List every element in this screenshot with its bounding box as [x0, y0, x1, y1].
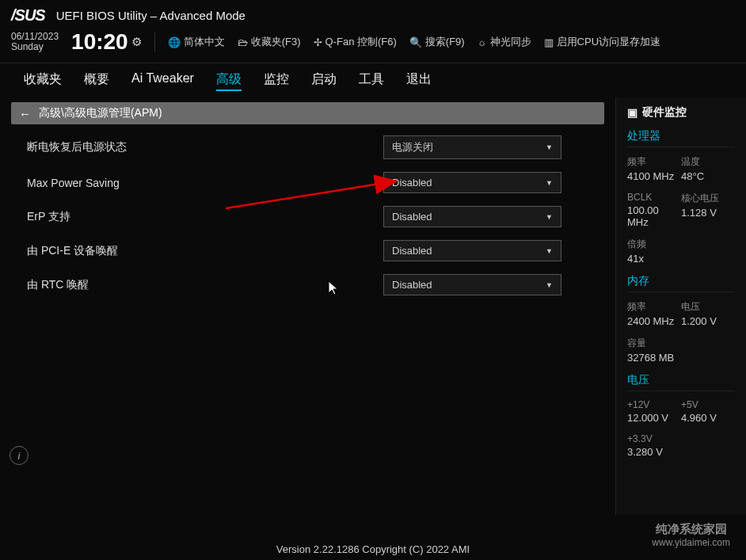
dropdown-rtc-wake[interactable]: Disabled▼	[383, 274, 561, 295]
volt-33v: 3.280 V	[627, 446, 735, 458]
date-block: 06/11/2023 Sunday	[11, 32, 59, 52]
aura-button[interactable]: ☼神光同步	[478, 35, 531, 49]
day-text: Sunday	[11, 42, 59, 52]
setting-max-power-saving: Max Power Saving Disabled▼	[27, 172, 588, 193]
dropdown-max-power-saving[interactable]: Disabled▼	[383, 172, 561, 193]
info-icon[interactable]: i	[10, 446, 29, 465]
cpu-temp: 48°C	[681, 170, 735, 182]
tab-tool[interactable]: 工具	[359, 70, 384, 91]
cpu-vcore: 1.128 V	[681, 207, 735, 219]
watermark: 纯净系统家园 www.yidaimei.com	[652, 522, 730, 548]
toolbar: 06/11/2023 Sunday 10:20 ⚙ 🌐简体中文 🗁收藏夹(F3)…	[0, 28, 746, 63]
cpu-section-title: 处理器	[627, 129, 735, 147]
monitor-header: ▣硬件监控	[627, 105, 735, 120]
gear-icon[interactable]: ⚙	[131, 35, 142, 49]
main-area: ← 高级\高级电源管理(APM) 断电恢复后电源状态 电源关闭▼ Max Pow…	[0, 97, 746, 515]
back-arrow-icon[interactable]: ←	[19, 107, 31, 120]
favorites-button[interactable]: 🗁收藏夹(F3)	[238, 35, 301, 49]
qfan-button[interactable]: ✢Q-Fan 控制(F6)	[314, 35, 397, 49]
aura-icon: ☼	[478, 36, 487, 48]
fan-icon: ✢	[314, 36, 322, 48]
settings-list: 断电恢复后电源状态 电源关闭▼ Max Power Saving Disable…	[11, 124, 604, 319]
breadcrumb-text: 高级\高级电源管理(APM)	[39, 106, 162, 120]
dropdown-pcie-wake[interactable]: Disabled▼	[383, 240, 561, 261]
globe-icon: 🌐	[168, 36, 181, 48]
chevron-down-icon: ▼	[546, 179, 553, 187]
dropdown-restore-ac[interactable]: 电源关闭▼	[383, 135, 561, 159]
footer-version: Version 2.22.1286 Copyright (C) 2022 AMI	[0, 543, 746, 555]
asus-logo: /SUS	[11, 6, 45, 25]
search-button[interactable]: 🔍搜索(F9)	[409, 35, 465, 49]
breadcrumb: ← 高级\高级电源管理(APM)	[11, 102, 604, 124]
chevron-down-icon: ▼	[546, 143, 553, 151]
tab-ai-tweaker[interactable]: Ai Tweaker	[131, 70, 194, 91]
hardware-monitor: ▣硬件监控 处理器 频率4100 MHz 温度48°C BCLK100.00 M…	[615, 97, 746, 515]
content-panel: ← 高级\高级电源管理(APM) 断电恢复后电源状态 电源关闭▼ Max Pow…	[0, 97, 615, 515]
chevron-down-icon: ▼	[546, 281, 553, 289]
resize-bar-button[interactable]: ▥启用CPU访问显存加速	[544, 35, 660, 49]
tab-boot[interactable]: 启动	[311, 70, 337, 91]
cpu-bclk: 100.00 MHz	[627, 204, 681, 228]
cpu-ratio: 41x	[627, 253, 735, 265]
chevron-down-icon: ▼	[546, 213, 553, 221]
setting-restore-ac: 断电恢复后电源状态 电源关闭▼	[27, 135, 588, 159]
time-block: 10:20 ⚙	[71, 29, 142, 55]
volt-12v: 12.000 V	[627, 412, 681, 424]
chip-icon: ▥	[544, 36, 554, 48]
tab-main[interactable]: 概要	[84, 70, 109, 91]
mem-cap: 32768 MB	[627, 352, 735, 364]
bios-title: UEFI BIOS Utility – Advanced Mode	[56, 9, 245, 22]
dropdown-erp[interactable]: Disabled▼	[383, 206, 561, 227]
mem-volt: 1.200 V	[681, 315, 735, 327]
top-tabs: 收藏夹 概要 Ai Tweaker 高级 监控 启动 工具 退出	[0, 63, 746, 97]
setting-erp: ErP 支持 Disabled▼	[27, 206, 588, 227]
search-icon: 🔍	[409, 36, 422, 48]
tab-advanced[interactable]: 高级	[216, 70, 242, 91]
time-text: 10:20	[71, 29, 128, 55]
monitor-icon: ▣	[627, 106, 638, 119]
language-button[interactable]: 🌐简体中文	[168, 35, 225, 49]
volt-5v: 4.960 V	[681, 412, 735, 424]
voltage-section-title: 电压	[627, 373, 735, 391]
header-bar: /SUS UEFI BIOS Utility – Advanced Mode	[0, 0, 746, 28]
divider	[154, 32, 155, 51]
folder-icon: 🗁	[238, 36, 248, 48]
tab-monitor[interactable]: 监控	[264, 70, 289, 91]
cpu-freq: 4100 MHz	[627, 170, 681, 182]
setting-rtc-wake: 由 RTC 唤醒 Disabled▼	[27, 274, 588, 295]
memory-section-title: 内存	[627, 274, 735, 292]
chevron-down-icon: ▼	[546, 247, 553, 255]
setting-pcie-wake: 由 PCI-E 设备唤醒 Disabled▼	[27, 240, 588, 261]
mem-freq: 2400 MHz	[627, 315, 681, 327]
tab-exit[interactable]: 退出	[406, 70, 432, 91]
tab-favorites[interactable]: 收藏夹	[24, 70, 62, 91]
